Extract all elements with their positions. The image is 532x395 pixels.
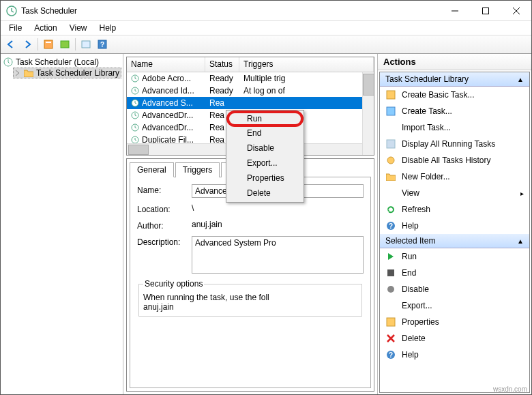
- history-icon: [385, 155, 396, 166]
- tab-page-general: Name:Advanced System Prot Location:\ Aut…: [130, 177, 371, 388]
- svg-rect-21: [387, 269, 394, 276]
- menu-bar: File Action View Help: [1, 21, 531, 35]
- svg-point-18: [387, 157, 394, 164]
- table-row[interactable]: Adobe Acro...ReadyMultiple trig: [127, 72, 374, 85]
- col-status[interactable]: Status: [205, 57, 239, 72]
- disable-icon: [385, 284, 396, 295]
- tree-library-label: Task Scheduler Library: [36, 68, 119, 78]
- task-icon: [385, 106, 396, 117]
- location-label: Location:: [137, 203, 192, 214]
- tab-triggers[interactable]: Triggers: [175, 162, 220, 177]
- close-button[interactable]: [501, 1, 531, 20]
- navigation-tree: Task Scheduler (Local) Task Scheduler Li…: [1, 54, 123, 394]
- actions-pane: Actions Task Scheduler Library▲ Create B…: [378, 54, 531, 394]
- window-title: Task Scheduler: [21, 6, 439, 16]
- toolbar-btn-1[interactable]: [41, 37, 56, 52]
- col-triggers[interactable]: Triggers: [239, 57, 374, 72]
- maximize-button[interactable]: [470, 1, 501, 20]
- play-icon: [385, 251, 396, 262]
- action-view[interactable]: View: [380, 185, 529, 201]
- security-label: Security options: [143, 279, 204, 289]
- action-import-task[interactable]: Import Task...: [380, 119, 529, 136]
- help-icon: ?: [385, 349, 396, 360]
- ctx-export[interactable]: Export...: [228, 156, 302, 171]
- forward-button[interactable]: [20, 37, 35, 52]
- vertical-scrollbar[interactable]: [362, 72, 374, 155]
- action-create-basic-task[interactable]: Create Basic Task...: [380, 87, 529, 103]
- toolbar-btn-2[interactable]: [57, 37, 72, 52]
- ctx-run[interactable]: Run: [226, 111, 304, 127]
- svg-rect-2: [44, 40, 53, 48]
- svg-point-22: [387, 286, 394, 293]
- svg-rect-1: [482, 8, 488, 14]
- back-button[interactable]: [3, 37, 18, 52]
- menu-file[interactable]: File: [3, 22, 27, 34]
- description-field[interactable]: Advanced System Pro: [192, 236, 364, 274]
- action-refresh[interactable]: Refresh: [380, 201, 529, 218]
- svg-text:?: ?: [389, 222, 393, 230]
- actions-header: Actions: [378, 54, 531, 70]
- toolbar-separator: [38, 38, 38, 50]
- action-new-folder[interactable]: New Folder...: [380, 169, 529, 185]
- action-properties[interactable]: Properties: [380, 314, 529, 330]
- ctx-properties[interactable]: Properties: [228, 171, 302, 186]
- svg-rect-4: [61, 41, 69, 48]
- svg-rect-5: [82, 41, 90, 48]
- svg-text:?: ?: [389, 351, 393, 359]
- toolbar-separator: [75, 38, 76, 50]
- security-text: When running the task, use the foll: [143, 293, 357, 302]
- table-row[interactable]: Advanced Id...ReadyAt log on of: [127, 85, 374, 97]
- actions-group-selected[interactable]: Selected Item▲: [380, 234, 529, 248]
- chevron-up-icon: ▲: [517, 76, 524, 83]
- minimize-button[interactable]: [439, 1, 470, 20]
- location-value: \: [192, 203, 194, 213]
- action-disable-history[interactable]: Disable All Tasks History: [380, 152, 529, 169]
- list-icon: [385, 138, 396, 149]
- toolbar-btn-help[interactable]: ?: [95, 37, 110, 52]
- actions-group-library[interactable]: Task Scheduler Library▲: [380, 72, 529, 87]
- context-menu: Run End Disable Export... Properties Del…: [226, 110, 304, 203]
- svg-rect-15: [387, 91, 395, 99]
- refresh-icon: [385, 204, 396, 215]
- name-label: Name:: [137, 184, 192, 195]
- title-bar: Task Scheduler: [1, 1, 531, 21]
- tree-root-label: Task Scheduler (Local): [16, 57, 99, 67]
- action-end[interactable]: End: [380, 265, 529, 281]
- action-disable[interactable]: Disable: [380, 281, 529, 297]
- svg-rect-3: [46, 42, 51, 43]
- svg-rect-23: [387, 318, 395, 326]
- action-delete[interactable]: Delete: [380, 330, 529, 347]
- menu-help[interactable]: Help: [94, 22, 122, 34]
- action-run[interactable]: Run: [380, 248, 529, 265]
- watermark: wsxdn.com: [493, 385, 527, 393]
- svg-rect-17: [387, 140, 395, 148]
- stop-icon: [385, 267, 396, 278]
- action-create-task[interactable]: Create Task...: [380, 103, 529, 119]
- action-help2[interactable]: ?Help: [380, 347, 529, 363]
- task-icon: [385, 89, 396, 100]
- description-label: Description:: [137, 236, 192, 247]
- toolbar-btn-3[interactable]: [78, 37, 93, 52]
- ctx-disable[interactable]: Disable: [228, 141, 302, 156]
- tree-root[interactable]: Task Scheduler (Local): [2, 57, 121, 68]
- chevron-right-icon: [14, 70, 21, 76]
- chevron-up-icon: ▲: [517, 237, 524, 245]
- action-help[interactable]: ?Help: [380, 218, 529, 234]
- author-value: anuj.jain: [192, 220, 222, 229]
- table-row-selected[interactable]: Advanced S...Rea: [127, 97, 374, 109]
- security-options: Security options When running the task, …: [138, 279, 362, 317]
- menu-view[interactable]: View: [64, 22, 93, 34]
- folder-icon: [24, 69, 33, 77]
- properties-icon: [385, 317, 396, 327]
- app-icon: [6, 5, 17, 16]
- tab-general[interactable]: General: [130, 162, 174, 177]
- ctx-end[interactable]: End: [228, 126, 302, 141]
- col-name[interactable]: Name: [127, 57, 205, 72]
- action-display-running[interactable]: Display All Running Tasks: [380, 136, 529, 152]
- toolbar: ?: [1, 35, 531, 54]
- delete-icon: [385, 333, 396, 344]
- ctx-delete[interactable]: Delete: [228, 186, 302, 201]
- action-export[interactable]: Export...: [380, 297, 529, 314]
- menu-action[interactable]: Action: [29, 22, 62, 34]
- tree-library[interactable]: Task Scheduler Library: [13, 68, 121, 78]
